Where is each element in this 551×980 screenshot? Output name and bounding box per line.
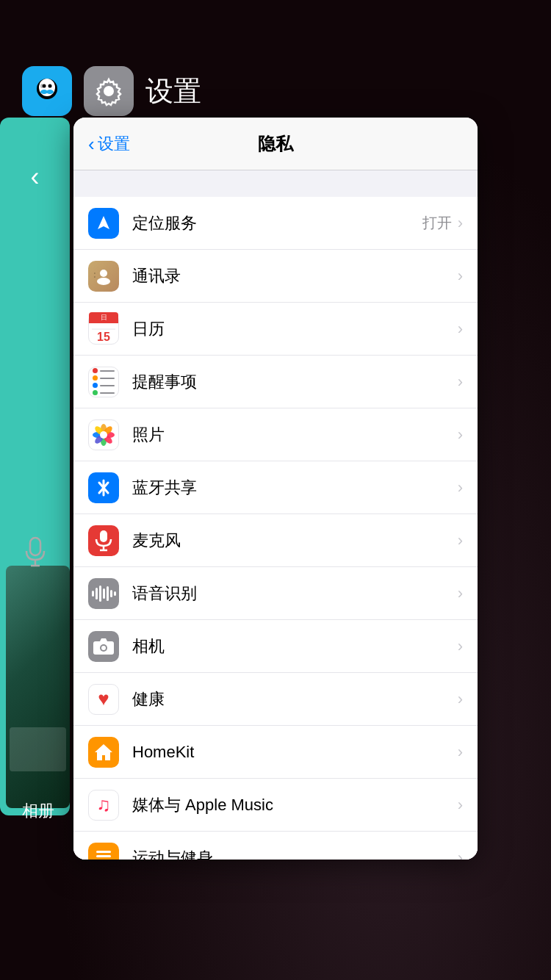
- svg-point-10: [104, 86, 114, 96]
- photos-label: 照片: [132, 424, 458, 446]
- settings-item-camera[interactable]: 相机 ›: [73, 620, 478, 673]
- wave-bar-6: [110, 590, 112, 597]
- chevron-speech: ›: [458, 584, 463, 603]
- wave-bar-2: [96, 588, 98, 599]
- settings-item-calendar[interactable]: 日 15 日历 ›: [73, 303, 478, 356]
- cal-grid-icon: 15: [92, 323, 115, 342]
- svg-rect-13: [94, 273, 96, 274]
- music-note-symbol: ♫: [96, 793, 111, 816]
- qq-app-icon[interactable]: [22, 66, 72, 116]
- settings-item-music[interactable]: ♫ 媒体与 Apple Music ›: [73, 779, 478, 832]
- back-button[interactable]: ‹ 设置: [88, 133, 130, 155]
- settings-gear-icon: [93, 76, 124, 107]
- nav-bar: ‹ 设置 隐私: [73, 118, 478, 170]
- svg-point-11: [100, 270, 107, 277]
- speech-label: 语音识别: [132, 583, 458, 605]
- calendar-label: 日历: [132, 318, 458, 340]
- chevron-photos: ›: [458, 425, 463, 444]
- speech-icon: [88, 578, 119, 609]
- settings-item-location[interactable]: 定位服务 打开 ›: [73, 197, 478, 250]
- contacts-label: 通讯录: [132, 265, 458, 287]
- chevron-microphone: ›: [458, 531, 463, 550]
- bluetooth-symbol-icon: [95, 478, 112, 498]
- top-bar: 设置: [22, 66, 201, 116]
- chevron-location: ›: [458, 214, 463, 233]
- svg-point-12: [97, 278, 110, 285]
- section-gap: [73, 170, 478, 197]
- fitness-label: 运动与健身: [132, 847, 458, 860]
- chevron-calendar: ›: [458, 320, 463, 339]
- settings-item-microphone[interactable]: 麦克风 ›: [73, 514, 478, 567]
- back-chevron-icon: ‹: [88, 134, 95, 154]
- svg-rect-35: [96, 855, 111, 857]
- health-label: 健康: [132, 688, 458, 710]
- dot-red: [93, 368, 98, 373]
- svg-point-26: [100, 431, 107, 439]
- qq-icon-svg: [29, 73, 65, 109]
- back-label: 设置: [98, 133, 130, 155]
- microphone-display: [11, 529, 59, 577]
- dot-line-2: [100, 378, 115, 379]
- svg-rect-14: [94, 276, 96, 278]
- settings-item-reminders[interactable]: 提醒事项 ›: [73, 356, 478, 408]
- location-label: 定位服务: [132, 212, 422, 234]
- svg-point-8: [46, 90, 54, 94]
- svg-point-6: [48, 84, 52, 88]
- calendar-inner: 日 15: [89, 312, 118, 345]
- settings-item-contacts[interactable]: 通讯录 ›: [73, 250, 478, 303]
- camera-symbol-icon: [93, 638, 115, 655]
- cal-body: 15: [92, 323, 115, 345]
- settings-item-bluetooth[interactable]: 蓝牙共享 ›: [73, 461, 478, 514]
- bluetooth-label: 蓝牙共享: [132, 477, 458, 499]
- music-icon: ♫: [88, 790, 119, 821]
- photos-flower-icon: [92, 423, 115, 447]
- dot-row-1: [93, 368, 115, 373]
- chevron-contacts: ›: [458, 267, 463, 286]
- settings-item-speech[interactable]: 语音识别 ›: [73, 567, 478, 620]
- waveform-display: [92, 585, 116, 602]
- settings-title: 设置: [145, 73, 201, 110]
- dot-orange: [93, 375, 98, 381]
- heart-symbol: ♥: [98, 688, 109, 710]
- wave-bar-5: [107, 586, 109, 601]
- wave-bar-7: [114, 591, 116, 596]
- chevron-music: ›: [458, 796, 463, 815]
- chevron-bluetooth: ›: [458, 478, 463, 497]
- chevron-health: ›: [458, 690, 463, 709]
- mic-symbol-icon: [94, 530, 113, 552]
- wave-bar-1: [92, 591, 94, 597]
- chevron-reminders: ›: [458, 372, 463, 392]
- dot-line-3: [100, 385, 115, 386]
- dot-blue: [93, 383, 98, 388]
- chevron-camera: ›: [458, 637, 463, 656]
- dot-line-1: [100, 370, 115, 372]
- wave-bar-4: [103, 588, 105, 599]
- mic-icon: [24, 536, 46, 569]
- location-icon: [88, 208, 119, 239]
- svg-rect-0: [30, 538, 40, 555]
- location-arrow-icon: [95, 215, 112, 232]
- photos-icon: [88, 419, 119, 450]
- svg-text:15: 15: [97, 331, 110, 342]
- settings-item-homekit[interactable]: HomeKit ›: [73, 726, 478, 779]
- homekit-label: HomeKit: [132, 743, 458, 762]
- settings-item-photos[interactable]: 照片 ›: [73, 408, 478, 461]
- reminders-label: 提醒事项: [132, 371, 458, 393]
- settings-item-fitness[interactable]: 运动与健身 ›: [73, 832, 478, 860]
- reminders-icon: [88, 367, 119, 397]
- nav-title: 隐私: [258, 132, 293, 156]
- location-value: 打开: [422, 213, 452, 233]
- photo-card: [6, 566, 70, 808]
- settings-item-health[interactable]: ♥ 健康 ›: [73, 673, 478, 726]
- settings-list: 定位服务 打开 › 通讯录 › 日: [73, 197, 478, 860]
- fitness-icon: [88, 843, 119, 860]
- album-label: 相册: [22, 800, 54, 822]
- reminders-dots: [93, 368, 115, 395]
- homekit-house-icon: [93, 742, 114, 763]
- contacts-icon: [88, 261, 119, 292]
- settings-app-icon[interactable]: [84, 66, 134, 116]
- microphone-label: 麦克风: [132, 530, 458, 552]
- camera-label: 相机: [132, 635, 458, 657]
- health-icon: ♥: [88, 684, 119, 715]
- chevron-fitness: ›: [458, 849, 463, 860]
